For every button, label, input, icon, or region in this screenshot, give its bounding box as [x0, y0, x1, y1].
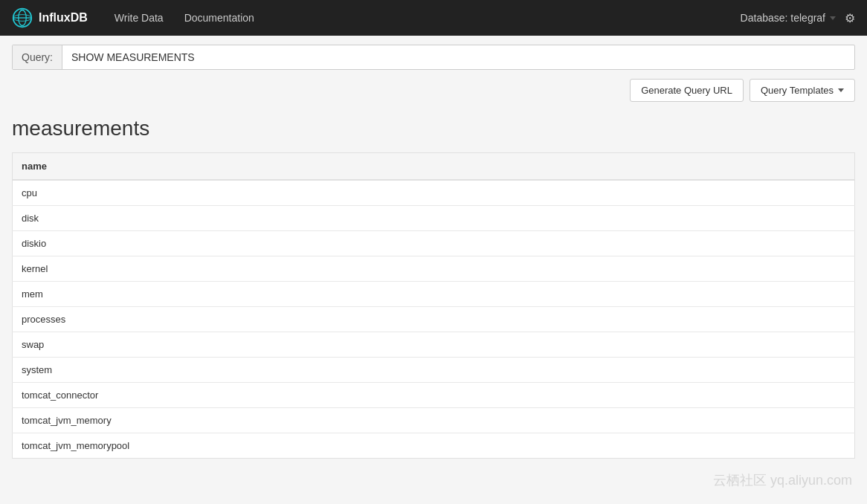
- navbar: InfluxDB Write Data Documentation Databa…: [0, 0, 867, 36]
- table-row: disk: [13, 206, 855, 231]
- table-cell-name: processes: [13, 307, 855, 332]
- table-cell-name: cpu: [13, 180, 855, 206]
- toolbar: Generate Query URL Query Templates: [12, 79, 855, 102]
- settings-gear-icon[interactable]: ⚙: [845, 11, 855, 25]
- query-bar: Query:: [12, 45, 855, 70]
- table-row: tomcat_jvm_memorypool: [13, 433, 855, 459]
- database-dropdown-icon: [830, 16, 836, 20]
- results-tbody: cpudiskdiskiokernelmemprocessesswapsyste…: [13, 180, 855, 459]
- table-cell-name: mem: [13, 282, 855, 307]
- results-title: measurements: [12, 117, 855, 140]
- query-templates-dropdown-icon: [838, 88, 844, 92]
- table-header-row: name: [13, 153, 855, 181]
- generate-query-url-button[interactable]: Generate Query URL: [630, 79, 744, 102]
- query-templates-label: Query Templates: [761, 85, 834, 96]
- table-cell-name: system: [13, 358, 855, 383]
- table-cell-name: swap: [13, 332, 855, 358]
- navbar-brand-text: InfluxDB: [39, 11, 88, 25]
- main-content: Query: Generate Query URL Query Template…: [0, 36, 867, 468]
- table-cell-name: tomcat_connector: [13, 383, 855, 408]
- table-cell-name: tomcat_jvm_memory: [13, 408, 855, 433]
- table-cell-name: disk: [13, 206, 855, 231]
- table-row: cpu: [13, 180, 855, 206]
- table-cell-name: diskio: [13, 231, 855, 256]
- generate-query-url-label: Generate Query URL: [641, 85, 732, 96]
- table-row: diskio: [13, 231, 855, 256]
- table-row: system: [13, 358, 855, 383]
- navbar-brand[interactable]: InfluxDB: [12, 7, 88, 28]
- column-header-name: name: [13, 153, 855, 181]
- table-row: tomcat_jvm_memory: [13, 408, 855, 433]
- table-row: mem: [13, 282, 855, 307]
- table-row: kernel: [13, 256, 855, 282]
- database-label: Database: telegraf: [741, 12, 825, 24]
- table-row: tomcat_connector: [13, 383, 855, 408]
- influxdb-logo-icon: [12, 7, 33, 28]
- query-input[interactable]: [62, 45, 854, 69]
- navbar-links: Write Data Documentation: [106, 7, 741, 28]
- nav-write-data[interactable]: Write Data: [106, 7, 173, 28]
- database-selector[interactable]: Database: telegraf: [741, 12, 836, 24]
- table-row: swap: [13, 332, 855, 358]
- nav-documentation[interactable]: Documentation: [175, 7, 263, 28]
- table-cell-name: kernel: [13, 256, 855, 282]
- results-table: name cpudiskdiskiokernelmemprocessesswap…: [12, 152, 855, 459]
- navbar-right: Database: telegraf ⚙: [741, 11, 855, 25]
- table-row: processes: [13, 307, 855, 332]
- table-cell-name: tomcat_jvm_memorypool: [13, 433, 855, 459]
- query-label: Query:: [13, 45, 62, 69]
- query-templates-button[interactable]: Query Templates: [750, 79, 855, 102]
